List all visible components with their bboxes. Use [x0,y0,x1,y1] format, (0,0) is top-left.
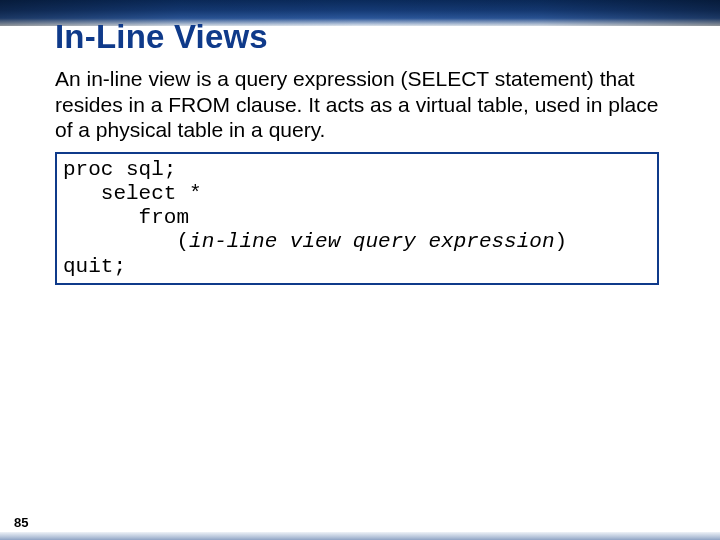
code-line-2: select * [63,182,202,205]
slide-title: In-Line Views [55,18,268,56]
code-line-4-prefix: ( [63,230,189,253]
code-line-1: proc sql; [63,158,176,181]
code-line-4-italic: in-line view query expression [189,230,554,253]
code-line-5: quit; [63,255,126,278]
code-line-4-suffix: ) [555,230,568,253]
page-number: 85 [14,515,28,530]
code-line-3: from [63,206,189,229]
slide-description: An in-line view is a query expression (S… [55,66,667,143]
footer-band [0,532,720,540]
code-example-box: proc sql; select * from (in-line view qu… [55,152,659,285]
code-block: proc sql; select * from (in-line view qu… [63,158,651,279]
